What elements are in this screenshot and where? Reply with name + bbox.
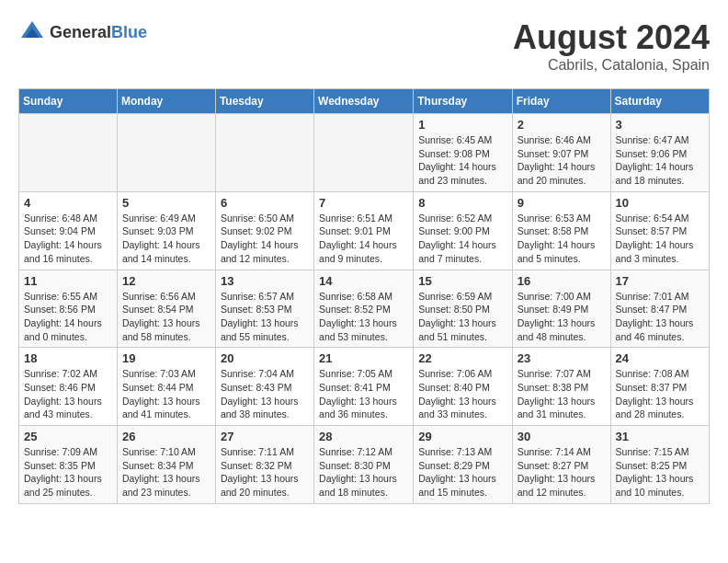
- calendar-cell: 31Sunrise: 7:15 AMSunset: 8:25 PMDayligh…: [610, 426, 709, 504]
- logo-general: General: [50, 23, 111, 41]
- day-info: Sunrise: 7:10 AMSunset: 8:34 PMDaylight:…: [122, 445, 210, 500]
- day-info: Sunrise: 6:49 AMSunset: 9:03 PMDaylight:…: [122, 212, 210, 266]
- day-info: Sunrise: 7:13 AMSunset: 8:29 PMDaylight:…: [418, 445, 506, 500]
- day-number: 3: [616, 118, 704, 132]
- calendar-cell: 21Sunrise: 7:05 AMSunset: 8:41 PMDayligh…: [314, 348, 414, 426]
- day-number: 22: [418, 351, 506, 365]
- day-number: 17: [616, 274, 704, 288]
- calendar-cell: 28Sunrise: 7:12 AMSunset: 8:30 PMDayligh…: [314, 426, 414, 504]
- day-info: Sunrise: 6:48 AMSunset: 9:04 PMDaylight:…: [24, 212, 112, 266]
- calendar-cell: 8Sunrise: 6:52 AMSunset: 9:00 PMDaylight…: [414, 191, 512, 270]
- calendar-cell: 5Sunrise: 6:49 AMSunset: 9:03 PMDaylight…: [117, 191, 215, 270]
- header-monday: Monday: [117, 89, 215, 114]
- day-info: Sunrise: 6:46 AMSunset: 9:07 PMDaylight:…: [518, 133, 606, 188]
- calendar-cell: 2Sunrise: 6:46 AMSunset: 9:07 PMDaylight…: [512, 114, 610, 192]
- calendar-cell: [314, 114, 414, 192]
- day-number: 12: [122, 274, 210, 288]
- day-info: Sunrise: 7:15 AMSunset: 8:25 PMDaylight:…: [616, 445, 704, 500]
- day-info: Sunrise: 7:11 AMSunset: 8:32 PMDaylight:…: [221, 445, 309, 500]
- calendar-header: Sunday Monday Tuesday Wednesday Thursday…: [19, 89, 710, 114]
- day-number: 4: [24, 196, 112, 210]
- day-number: 26: [122, 430, 210, 443]
- day-number: 1: [418, 118, 506, 132]
- header-tuesday: Tuesday: [215, 89, 313, 114]
- calendar-cell: 16Sunrise: 7:00 AMSunset: 8:49 PMDayligh…: [512, 270, 610, 348]
- header-friday: Friday: [512, 89, 610, 114]
- day-number: 15: [418, 274, 506, 288]
- calendar-cell: 6Sunrise: 6:50 AMSunset: 9:02 PMDaylight…: [215, 191, 313, 270]
- day-info: Sunrise: 7:01 AMSunset: 8:47 PMDaylight:…: [616, 290, 704, 344]
- title-block: August 2024 Cabrils, Catalonia, Spain: [513, 18, 710, 74]
- calendar-body: 1Sunrise: 6:45 AMSunset: 9:08 PMDaylight…: [19, 114, 710, 504]
- day-info: Sunrise: 6:58 AMSunset: 8:52 PMDaylight:…: [319, 290, 408, 344]
- day-number: 16: [518, 274, 606, 288]
- day-number: 29: [418, 430, 506, 443]
- header-saturday: Saturday: [610, 89, 709, 114]
- header-wednesday: Wednesday: [314, 89, 414, 114]
- day-info: Sunrise: 6:45 AMSunset: 9:08 PMDaylight:…: [418, 133, 506, 188]
- header-sunday: Sunday: [19, 89, 118, 114]
- location: Cabrils, Catalonia, Spain: [513, 57, 710, 74]
- day-info: Sunrise: 7:14 AMSunset: 8:27 PMDaylight:…: [518, 445, 606, 500]
- calendar-cell: 25Sunrise: 7:09 AMSunset: 8:35 PMDayligh…: [19, 426, 118, 504]
- day-number: 27: [221, 430, 309, 443]
- calendar-cell: 24Sunrise: 7:08 AMSunset: 8:37 PMDayligh…: [610, 348, 709, 426]
- day-info: Sunrise: 7:00 AMSunset: 8:49 PMDaylight:…: [518, 290, 606, 344]
- calendar-cell: 10Sunrise: 6:54 AMSunset: 8:57 PMDayligh…: [610, 191, 709, 270]
- calendar-cell: 27Sunrise: 7:11 AMSunset: 8:32 PMDayligh…: [215, 426, 313, 504]
- day-number: 14: [319, 274, 408, 288]
- calendar-cell: 19Sunrise: 7:03 AMSunset: 8:44 PMDayligh…: [117, 348, 215, 426]
- calendar-table: Sunday Monday Tuesday Wednesday Thursday…: [18, 88, 710, 504]
- logo-icon: [18, 18, 46, 46]
- calendar-cell: 18Sunrise: 7:02 AMSunset: 8:46 PMDayligh…: [19, 348, 118, 426]
- day-info: Sunrise: 7:09 AMSunset: 8:35 PMDaylight:…: [24, 445, 112, 500]
- day-number: 10: [616, 196, 704, 210]
- day-info: Sunrise: 7:02 AMSunset: 8:46 PMDaylight:…: [24, 367, 112, 421]
- day-info: Sunrise: 7:04 AMSunset: 8:43 PMDaylight:…: [221, 367, 309, 421]
- logo: GeneralBlue: [18, 18, 147, 46]
- calendar-cell: 9Sunrise: 6:53 AMSunset: 8:58 PMDaylight…: [512, 191, 610, 270]
- day-number: 5: [122, 196, 210, 210]
- day-number: 18: [24, 351, 112, 365]
- day-number: 6: [221, 196, 309, 210]
- day-info: Sunrise: 6:56 AMSunset: 8:54 PMDaylight:…: [122, 290, 210, 344]
- calendar-cell: 29Sunrise: 7:13 AMSunset: 8:29 PMDayligh…: [414, 426, 512, 504]
- logo-blue: Blue: [111, 23, 147, 41]
- day-number: 21: [319, 351, 408, 365]
- calendar-cell: 7Sunrise: 6:51 AMSunset: 9:01 PMDaylight…: [314, 191, 414, 270]
- calendar-week-1: 1Sunrise: 6:45 AMSunset: 9:08 PMDaylight…: [19, 114, 710, 192]
- day-number: 9: [518, 196, 606, 210]
- calendar-week-5: 25Sunrise: 7:09 AMSunset: 8:35 PMDayligh…: [19, 426, 710, 504]
- day-info: Sunrise: 6:57 AMSunset: 8:53 PMDaylight:…: [221, 290, 309, 344]
- calendar-cell: [19, 114, 118, 192]
- logo-text: GeneralBlue: [50, 23, 147, 42]
- calendar-week-3: 11Sunrise: 6:55 AMSunset: 8:56 PMDayligh…: [19, 270, 710, 348]
- day-info: Sunrise: 6:59 AMSunset: 8:50 PMDaylight:…: [418, 290, 506, 344]
- day-number: 19: [122, 351, 210, 365]
- calendar-cell: 3Sunrise: 6:47 AMSunset: 9:06 PMDaylight…: [610, 114, 709, 192]
- day-info: Sunrise: 7:05 AMSunset: 8:41 PMDaylight:…: [319, 367, 408, 421]
- day-info: Sunrise: 6:54 AMSunset: 8:57 PMDaylight:…: [616, 212, 704, 266]
- day-info: Sunrise: 6:53 AMSunset: 8:58 PMDaylight:…: [518, 212, 606, 266]
- calendar-week-4: 18Sunrise: 7:02 AMSunset: 8:46 PMDayligh…: [19, 348, 710, 426]
- day-info: Sunrise: 7:08 AMSunset: 8:37 PMDaylight:…: [616, 367, 704, 421]
- header-thursday: Thursday: [414, 89, 512, 114]
- day-info: Sunrise: 6:55 AMSunset: 8:56 PMDaylight:…: [24, 290, 112, 344]
- day-info: Sunrise: 6:50 AMSunset: 9:02 PMDaylight:…: [221, 212, 309, 266]
- calendar-cell: 30Sunrise: 7:14 AMSunset: 8:27 PMDayligh…: [512, 426, 610, 504]
- calendar-cell: 22Sunrise: 7:06 AMSunset: 8:40 PMDayligh…: [414, 348, 512, 426]
- calendar-cell: 17Sunrise: 7:01 AMSunset: 8:47 PMDayligh…: [610, 270, 709, 348]
- calendar-cell: 1Sunrise: 6:45 AMSunset: 9:08 PMDaylight…: [414, 114, 512, 192]
- day-number: 20: [221, 351, 309, 365]
- day-number: 8: [418, 196, 506, 210]
- day-number: 24: [616, 351, 704, 365]
- day-number: 30: [518, 430, 606, 443]
- calendar-cell: [117, 114, 215, 192]
- calendar-week-2: 4Sunrise: 6:48 AMSunset: 9:04 PMDaylight…: [19, 191, 710, 270]
- day-number: 13: [221, 274, 309, 288]
- day-info: Sunrise: 6:51 AMSunset: 9:01 PMDaylight:…: [319, 212, 408, 266]
- calendar-cell: 4Sunrise: 6:48 AMSunset: 9:04 PMDaylight…: [19, 191, 118, 270]
- day-header-row: Sunday Monday Tuesday Wednesday Thursday…: [19, 89, 710, 114]
- calendar-cell: 13Sunrise: 6:57 AMSunset: 8:53 PMDayligh…: [215, 270, 313, 348]
- month-title: August 2024: [513, 18, 710, 57]
